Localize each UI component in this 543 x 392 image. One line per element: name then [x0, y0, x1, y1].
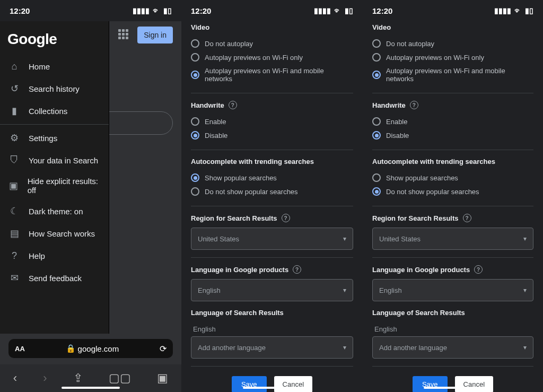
radio-icon — [372, 117, 381, 126]
radio-autocomplete-0[interactable]: Show popular searches — [372, 171, 533, 185]
help-icon[interactable]: ? — [463, 214, 471, 222]
section-autocomplete-title: Autocomplete with trending searches — [372, 158, 533, 165]
status-time: 12:20 — [372, 6, 392, 15]
radio-autocomplete-1[interactable]: Do not show popular searches — [372, 185, 533, 198]
radio-handwrite-0[interactable]: Enable — [191, 115, 353, 128]
drawer-item-history[interactable]: ↺ Search history — [0, 77, 109, 100]
drawer-item-settings[interactable]: ⚙ Settings — [0, 127, 109, 149]
radio-video-2[interactable]: Autoplay previews on Wi-Fi and mobile ne… — [191, 64, 353, 85]
radio-label: Autoplay previews on Wi-Fi and mobile ne… — [386, 67, 533, 83]
lang-products-select[interactable]: English▾ — [191, 279, 353, 301]
radio-label: Autoplay previews on Wi-Fi and mobile ne… — [205, 67, 353, 83]
chevron-down-icon: ▾ — [343, 286, 346, 294]
lang-results-value: English — [372, 322, 533, 336]
lang-results-add-select[interactable]: Add another language▾ — [372, 336, 533, 359]
radio-label: Show popular searches — [386, 174, 458, 182]
help-icon: ? — [8, 250, 20, 262]
region-select[interactable]: United States▾ — [372, 228, 533, 250]
radio-video-1[interactable]: Autoplay previews on Wi-Fi only — [191, 50, 353, 64]
tabs-icon[interactable]: ▣ — [157, 371, 168, 385]
section-handwrite-title: Handwrite? — [372, 101, 533, 109]
radio-video-0[interactable]: Do not autoplay — [372, 37, 533, 50]
home-indicator — [243, 387, 301, 389]
drawer-logo: Google — [0, 21, 109, 55]
drawer-item-explicit[interactable]: ▣ Hide explicit results: off — [0, 171, 109, 200]
drawer-item-collections[interactable]: ▮ Collections — [0, 100, 109, 122]
bookmarks-icon[interactable]: ▢▢ — [109, 371, 131, 385]
drawer-item-yourdata[interactable]: ⛉ Your data in Search — [0, 149, 109, 171]
drawer-item-feedback[interactable]: ✉ Send feedback — [0, 267, 109, 289]
signin-button[interactable]: Sign in — [137, 27, 173, 43]
radio-label: Autoplay previews on Wi-Fi only — [205, 54, 303, 62]
battery-icon: ▮▯ — [163, 6, 172, 15]
radio-icon — [191, 117, 199, 126]
text-size-icon[interactable]: AA — [15, 345, 25, 353]
cancel-button[interactable]: Cancel — [455, 376, 493, 392]
history-icon: ↺ — [8, 83, 20, 94]
radio-handwrite-1[interactable]: Disable — [372, 128, 533, 142]
settings-content: Video Do not autoplay Autoplay previews … — [363, 21, 543, 392]
radio-video-1[interactable]: Autoplay previews on Wi-Fi only — [372, 50, 533, 64]
address-host-text: google.com — [78, 344, 119, 353]
drawer-item-label: How Search works — [29, 229, 95, 238]
help-icon[interactable]: ? — [229, 101, 237, 109]
back-icon[interactable]: ‹ — [13, 371, 17, 385]
drawer-item-home[interactable]: ⌂ Home — [0, 55, 109, 77]
region-select[interactable]: United States▾ — [191, 228, 353, 250]
button-row: Save Cancel — [372, 376, 533, 392]
radio-autocomplete-0[interactable]: Show popular searches — [191, 171, 353, 185]
radio-handwrite-1[interactable]: Disable — [191, 128, 353, 142]
chevron-down-icon: ▾ — [523, 286, 527, 294]
section-lang-results-title: Language of Search Results — [372, 309, 533, 317]
drawer-item-label: Settings — [29, 134, 57, 143]
radio-autocomplete-1[interactable]: Do not show popular searches — [191, 185, 353, 198]
section-label: Region for Search Results — [191, 214, 277, 222]
drawer-item-help[interactable]: ? Help — [0, 245, 109, 267]
radio-video-0[interactable]: Do not autoplay — [191, 37, 353, 50]
section-lang-results-title: Language of Search Results — [191, 309, 353, 317]
lang-products-select[interactable]: English▾ — [372, 279, 533, 301]
divider — [191, 366, 353, 367]
reload-icon[interactable]: ⟳ — [160, 344, 167, 354]
info-icon: ▤ — [8, 228, 20, 239]
drawer-item-label: Search history — [29, 84, 80, 93]
forward-icon[interactable]: › — [43, 371, 47, 385]
panel-settings-variant-c: 12:20 ▮▮▮▮ ᯤ ▮▯ Video Do not autoplay Au… — [363, 0, 543, 392]
help-icon[interactable]: ? — [410, 101, 418, 109]
home-indicator — [62, 387, 120, 389]
battery-icon: ▮▯ — [345, 6, 353, 15]
help-icon[interactable]: ? — [293, 265, 301, 274]
drawer-item-howsearch[interactable]: ▤ How Search works — [0, 222, 109, 245]
select-value: English — [198, 286, 221, 294]
apps-grid-icon[interactable] — [118, 29, 130, 41]
section-label: Handwrite — [191, 101, 224, 109]
radio-icon — [372, 131, 381, 140]
help-icon[interactable]: ? — [282, 214, 290, 222]
radio-label: Show popular searches — [205, 174, 277, 182]
radio-video-2[interactable]: Autoplay previews on Wi-Fi and mobile ne… — [372, 64, 533, 85]
radio-label: Disable — [205, 132, 227, 140]
address-bar[interactable]: AA 🔒 google.com ⟳ — [8, 339, 173, 358]
radio-icon — [191, 71, 199, 79]
section-label: Region for Search Results — [372, 214, 459, 222]
radio-icon — [372, 53, 381, 62]
lang-results-add-select[interactable]: Add another language▾ — [191, 336, 353, 359]
radio-handwrite-0[interactable]: Enable — [372, 115, 533, 128]
radio-icon — [372, 71, 381, 79]
divider — [191, 93, 353, 93]
divider — [372, 366, 533, 367]
save-button[interactable]: Save — [413, 376, 448, 392]
section-label: Handwrite — [372, 101, 406, 109]
save-button[interactable]: Save — [232, 376, 267, 392]
lang-results-value: English — [191, 322, 353, 336]
select-value: Add another language — [379, 344, 447, 352]
share-icon[interactable]: ⇪ — [73, 371, 83, 385]
help-icon[interactable]: ? — [474, 265, 483, 274]
explicit-icon: ▣ — [8, 180, 19, 191]
cancel-button[interactable]: Cancel — [274, 376, 312, 392]
status-bar: 12:20 ▮▮▮▮ ᯤ ▮▯ — [0, 0, 181, 21]
drawer-item-darktheme[interactable]: ☾ Dark theme: on — [0, 200, 109, 222]
select-value: Add another language — [198, 344, 266, 352]
home-indicator — [424, 387, 482, 389]
navigation-drawer: Google ⌂ Home ↺ Search history ▮ Collect… — [0, 21, 109, 334]
